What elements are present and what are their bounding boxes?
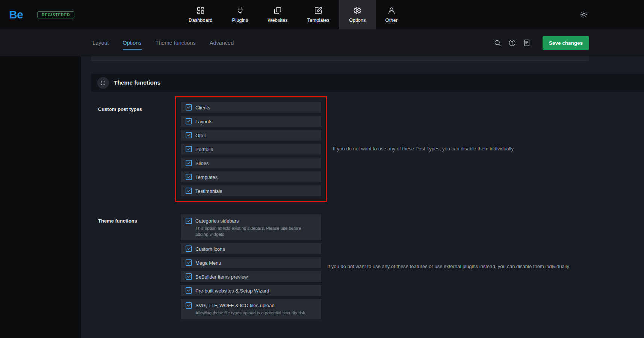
checkbox-row-pre-built-websites-setup-wizard[interactable]: Pre-built websites & Setup Wizard	[181, 285, 321, 296]
checkbox-label: Pre-built websites & Setup Wizard	[195, 288, 269, 294]
checkbox[interactable]	[186, 160, 192, 166]
checkbox[interactable]	[186, 273, 192, 280]
checkbox[interactable]	[186, 104, 192, 111]
checkbox[interactable]	[186, 188, 192, 194]
checkbox-list: Categories sidebars This option affects …	[181, 214, 321, 319]
row-texts: Slides	[195, 160, 209, 167]
top-nav-item-templates[interactable]: Templates	[297, 0, 339, 29]
checkbox-row-mega-menu[interactable]: Mega Menu	[181, 257, 321, 268]
row-texts: Categories sidebars This option affects …	[195, 217, 308, 237]
top-nav-item-websites[interactable]: Websites	[258, 0, 297, 29]
checkbox-row-bebuilder-items-preview[interactable]: BeBuilder items preview	[181, 271, 321, 282]
row-texts: Mega Menu	[195, 259, 221, 266]
checkbox-label: Layouts	[195, 119, 213, 124]
group-label: Custom post types	[91, 96, 175, 112]
options-tabs-bar: LayoutOptionsTheme functionsAdvanced Sav…	[0, 29, 644, 56]
search-icon[interactable]	[494, 39, 501, 47]
tab-theme-functions[interactable]: Theme functions	[156, 36, 196, 50]
light-mode-icon[interactable]	[580, 11, 588, 18]
checkbox-row-slides[interactable]: Slides	[181, 158, 321, 168]
nav-label: Dashboard	[189, 17, 213, 23]
checkbox-row-portfolio[interactable]: Portfolio	[181, 144, 321, 155]
checkbox-row-clients[interactable]: Clients	[181, 102, 321, 113]
row-texts: Templates	[195, 174, 218, 180]
checkbox-label: Clients	[195, 105, 210, 111]
section-header: Theme functions	[91, 74, 644, 92]
previous-card-bottom	[91, 56, 589, 61]
betheme-options-screen: Be REGISTERED Dashboard Plugins Websites…	[0, 0, 644, 338]
nav-label: Websites	[268, 17, 287, 23]
row-texts: Pre-built websites & Setup Wizard	[195, 287, 269, 294]
row-texts: Offer	[195, 132, 206, 139]
group-helper-text: If you do not want to use any of these f…	[321, 263, 644, 270]
settings-group-theme-functions: Theme functions Categories sidebars This…	[91, 214, 644, 319]
tabs: LayoutOptionsTheme functionsAdvanced	[92, 29, 234, 56]
section-title: Theme functions	[114, 79, 160, 86]
checkbox[interactable]	[186, 118, 192, 124]
checkbox-label: Templates	[195, 174, 218, 180]
checkbox-row-testimonials[interactable]: Testimonials	[181, 185, 321, 196]
checkbox-label: Testimonials	[195, 188, 222, 194]
tab-advanced[interactable]: Advanced	[210, 36, 234, 50]
row-texts: BeBuilder items preview	[195, 273, 248, 280]
nav-label: Other	[385, 17, 398, 23]
nav-label: Options	[349, 17, 366, 23]
topbar-right	[580, 0, 588, 29]
tabs-bar-actions: Save changes	[494, 29, 589, 56]
plugins-icon	[236, 6, 244, 15]
checkbox[interactable]	[186, 146, 192, 152]
row-texts: Portfolio	[195, 146, 213, 153]
checkbox-description: This option affects existing sidebars. P…	[195, 226, 308, 237]
checkbox-list: Clients Layouts Offer Portfolio Slides T…	[175, 96, 327, 202]
checkbox-label: Custom icons	[195, 246, 225, 252]
topbar-left: Be REGISTERED	[9, 0, 74, 29]
settings-groups: Custom post types Clients Layouts Offer …	[91, 92, 644, 319]
checkbox[interactable]	[186, 174, 192, 180]
action-icons	[494, 39, 531, 47]
group-helper-text: If you do not want to use any of these P…	[327, 146, 644, 153]
settings-group-custom-post-types: Custom post types Clients Layouts Offer …	[91, 96, 644, 202]
checkbox-row-layouts[interactable]: Layouts	[181, 116, 321, 127]
checkbox[interactable]	[186, 287, 192, 294]
top-nav-item-other[interactable]: Other	[376, 0, 408, 29]
other-icon	[387, 6, 396, 15]
checkbox[interactable]	[186, 259, 192, 266]
group-fields: Categories sidebars This option affects …	[175, 214, 321, 319]
checkbox-row-templates[interactable]: Templates	[181, 171, 321, 182]
help-icon[interactable]	[508, 39, 516, 47]
row-texts: Custom icons	[195, 246, 225, 252]
checkbox-label: Slides	[195, 161, 209, 166]
checkbox-row-svg-ttf-woff-ico-files-upload[interactable]: SVG, TTF, WOFF & ICO files upload Allowi…	[181, 299, 321, 319]
grid-dots-icon[interactable]	[97, 77, 109, 89]
group-label: Theme functions	[91, 214, 175, 224]
checkbox-row-offer[interactable]: Offer	[181, 130, 321, 141]
checkbox-row-categories-sidebars[interactable]: Categories sidebars This option affects …	[181, 214, 321, 240]
row-texts: SVG, TTF, WOFF & ICO files upload Allowi…	[195, 302, 306, 316]
top-nav-item-dashboard[interactable]: Dashboard	[179, 0, 222, 29]
checkbox[interactable]	[186, 302, 192, 309]
group-fields: Clients Layouts Offer Portfolio Slides T…	[175, 96, 327, 202]
tab-options[interactable]: Options	[123, 36, 142, 50]
checkbox[interactable]	[186, 246, 192, 252]
top-nav-item-plugins[interactable]: Plugins	[222, 0, 258, 29]
left-sidebar	[0, 56, 81, 338]
checkbox[interactable]	[186, 218, 192, 224]
nav-label: Plugins	[232, 17, 248, 23]
options-icon	[353, 6, 361, 15]
checkbox-label: Mega Menu	[195, 260, 221, 266]
row-texts: Clients	[195, 104, 210, 111]
be-logo[interactable]: Be	[9, 8, 23, 21]
templates-icon	[314, 6, 322, 15]
checkbox[interactable]	[186, 132, 192, 138]
topbar: Be REGISTERED Dashboard Plugins Websites…	[0, 0, 644, 29]
registered-badge: REGISTERED	[37, 11, 74, 18]
nav-label: Templates	[307, 17, 329, 23]
row-texts: Testimonials	[195, 188, 222, 194]
top-nav-item-options[interactable]: Options	[339, 0, 376, 29]
checkbox-row-custom-icons[interactable]: Custom icons	[181, 243, 321, 254]
row-texts: Layouts	[195, 118, 213, 125]
save-changes-button[interactable]: Save changes	[543, 36, 589, 50]
changelog-icon[interactable]	[523, 39, 531, 47]
tab-layout[interactable]: Layout	[92, 36, 109, 50]
checkbox-description: Allowing these file types upload is a po…	[195, 310, 306, 316]
